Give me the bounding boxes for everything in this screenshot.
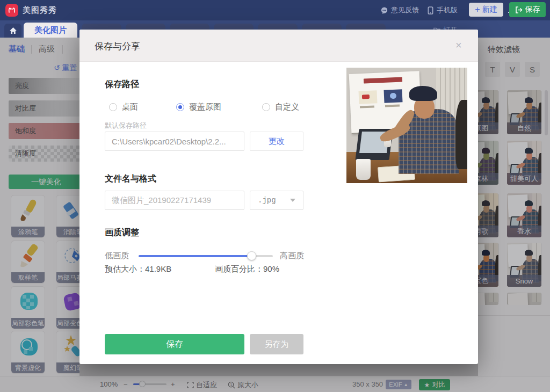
home-tab[interactable]	[4, 24, 21, 38]
low-quality-label: 低画质	[105, 251, 129, 261]
dialog-save-button[interactable]: 保存	[105, 334, 244, 354]
mobile-version-button[interactable]: 手机版	[427, 5, 458, 15]
save-top-button[interactable]: 保存	[509, 2, 546, 17]
radio-desktop[interactable]: 桌面	[109, 102, 138, 112]
tab-beautify-label: 美化图片	[34, 25, 67, 35]
quality-heading: 画质调整	[105, 227, 139, 238]
app-logo	[5, 4, 18, 17]
format-value: .jpg	[258, 196, 276, 205]
filename-heading: 文件名与格式	[105, 173, 156, 185]
change-path-button[interactable]: 更改	[250, 132, 303, 151]
preview-image	[346, 68, 467, 183]
radio-circle-selected[interactable]	[176, 103, 184, 111]
radio-overwrite-label: 覆盖原图	[189, 102, 221, 112]
new-button[interactable]: +新建	[469, 3, 503, 17]
radio-circle[interactable]	[262, 103, 270, 111]
meitu-cat-icon	[8, 6, 16, 14]
save-share-dialog: 保存与分享 × 保存路径 桌面 覆盖原图 自定义 默认保存路径 C:\Users…	[79, 30, 478, 364]
feedback-label: 意见反馈	[391, 5, 419, 15]
dialog-close-button[interactable]: ×	[455, 39, 462, 52]
home-icon	[9, 27, 17, 34]
tab-beautify-photo[interactable]: 美化图片	[24, 23, 77, 38]
quality-slider-knob[interactable]	[247, 251, 256, 260]
save-path-input[interactable]: C:\Users\kpcar02\Desktop\2.2...	[105, 132, 244, 151]
format-select[interactable]: .jpg	[250, 191, 303, 210]
dialog-title: 保存与分享	[95, 40, 140, 53]
save-top-label: 保存	[525, 5, 540, 14]
quality-percent: 画质百分比：90%	[215, 264, 279, 274]
radio-custom[interactable]: 自定义	[262, 102, 299, 112]
default-path-label: 默认保存路径	[105, 121, 147, 130]
estimated-size: 预估大小：41.9KB	[105, 264, 171, 274]
title-bar: 美图秀秀 意见反馈 手机版 设置 ×	[0, 0, 550, 20]
radio-custom-label: 自定义	[275, 102, 299, 112]
dialog-save-as-button[interactable]: 另存为	[250, 334, 303, 354]
chevron-down-icon	[290, 199, 295, 202]
quality-slider-fill	[139, 255, 251, 257]
quality-percent-value: 90%	[263, 264, 279, 273]
radio-desktop-label: 桌面	[122, 102, 138, 112]
speech-bubble-icon	[380, 6, 388, 14]
phone-icon	[427, 6, 434, 14]
radio-overwrite-original[interactable]: 覆盖原图	[176, 102, 221, 112]
new-label: 新建	[482, 5, 497, 14]
save-path-heading: 保存路径	[105, 79, 139, 90]
export-icon	[515, 6, 523, 13]
app-title: 美图秀秀	[23, 5, 57, 16]
radio-circle[interactable]	[109, 103, 117, 111]
mobile-version-label: 手机版	[437, 5, 458, 15]
preview-photo-art	[346, 68, 467, 183]
plus-icon: +	[475, 5, 480, 14]
estimated-size-label: 预估大小：	[105, 264, 145, 273]
filename-input[interactable]: 微信图片_20190227171439	[105, 191, 244, 210]
quality-percent-label: 画质百分比：	[215, 264, 263, 273]
high-quality-label: 高画质	[280, 251, 304, 261]
estimated-size-value: 41.9KB	[145, 264, 171, 273]
feedback-button[interactable]: 意见反馈	[380, 5, 419, 15]
quality-slider[interactable]	[139, 255, 273, 257]
